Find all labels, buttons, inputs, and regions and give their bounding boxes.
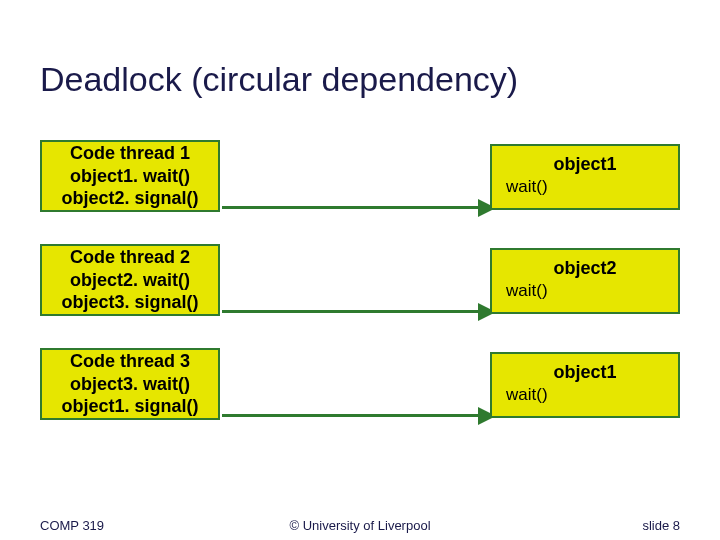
- slide-title: Deadlock (circular dependency): [40, 60, 518, 99]
- object-3-wait: wait(): [506, 384, 548, 405]
- code-thread-1-l2: object2. signal(): [61, 187, 198, 210]
- footer-pagenum: slide 8: [642, 518, 680, 533]
- code-thread-2-head: Code thread 2: [70, 246, 190, 269]
- object-2-box: object2 wait(): [490, 248, 680, 314]
- object-3-box: object1 wait(): [490, 352, 680, 418]
- code-thread-3-box: Code thread 3 object3. wait() object1. s…: [40, 348, 220, 420]
- object-3-name: object1: [553, 361, 616, 384]
- object-2-wait: wait(): [506, 280, 548, 301]
- arrow-2-line: [222, 310, 480, 313]
- code-thread-2-box: Code thread 2 object2. wait() object3. s…: [40, 244, 220, 316]
- object-2-name: object2: [553, 257, 616, 280]
- footer-copyright: © University of Liverpool: [0, 518, 720, 533]
- object-1-name: object1: [553, 153, 616, 176]
- object-1-wait: wait(): [506, 176, 548, 197]
- arrow-1-line: [222, 206, 480, 209]
- code-thread-2-l2: object3. signal(): [61, 291, 198, 314]
- slide: Deadlock (circular dependency) Code thre…: [0, 0, 720, 540]
- code-thread-3-l2: object1. signal(): [61, 395, 198, 418]
- code-thread-1-head: Code thread 1: [70, 142, 190, 165]
- code-thread-1-l1: object1. wait(): [70, 165, 190, 188]
- arrow-3-line: [222, 414, 480, 417]
- code-thread-3-head: Code thread 3: [70, 350, 190, 373]
- code-thread-2-l1: object2. wait(): [70, 269, 190, 292]
- code-thread-3-l1: object3. wait(): [70, 373, 190, 396]
- code-thread-1-box: Code thread 1 object1. wait() object2. s…: [40, 140, 220, 212]
- object-1-box: object1 wait(): [490, 144, 680, 210]
